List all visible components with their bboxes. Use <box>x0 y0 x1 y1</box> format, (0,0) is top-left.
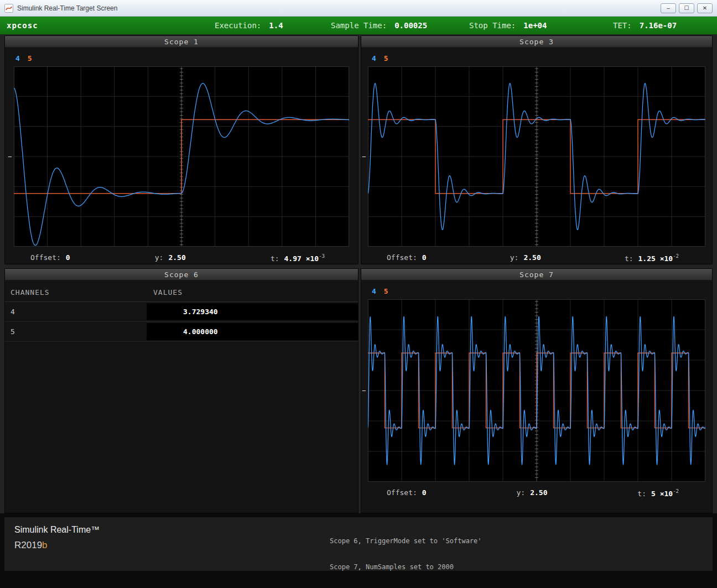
maximize-icon: ☐ <box>684 4 689 13</box>
scope1-plot <box>14 66 349 247</box>
t-readout: t:4.97 ×10-3 <box>271 253 325 263</box>
y-readout: y:2.50 <box>517 488 548 498</box>
channel-value: 4.000000 <box>147 323 358 340</box>
sample-time-field: Sample Time:0.00025 <box>331 17 427 34</box>
branding: Simulink Real-Time™ R2019b <box>4 517 330 571</box>
bottom-panel: Simulink Real-Time™ R2019b Scope 6, Trig… <box>4 517 713 571</box>
scope-panel-7: Scope 7 4 5 − Offset:0 y:2.50 t:5 ×10-2 <box>361 268 713 513</box>
execution-field: Execution:1.4 <box>215 17 283 34</box>
scope1-footer: Offset:0 y:2.50 t:4.97 ×10-3 <box>5 247 358 263</box>
stop-time-field: Stop Time:1e+04 <box>469 17 547 34</box>
scope1-channel-labels: 4 5 <box>15 54 358 63</box>
channel-4-label: 4 <box>372 54 376 63</box>
release-label: R2019b <box>14 540 330 551</box>
scope3-plot <box>368 66 705 247</box>
channel-id: 5 <box>5 327 147 336</box>
t-readout: t:5 ×10-2 <box>637 488 679 498</box>
scope1-plot-area: − <box>14 66 349 247</box>
scope-panel-1: Scope 1 4 5 − Offset:0 y:2.50 t:4.97 ×10… <box>4 35 358 264</box>
t-readout: t:1.25 ×10-2 <box>625 253 679 263</box>
maximize-button[interactable]: ☐ <box>679 3 694 13</box>
table-row: 4 3.729340 <box>5 302 358 322</box>
channel-id: 4 <box>5 308 147 316</box>
scope6-table-header: CHANNELS VALUES <box>5 288 358 302</box>
scope6-table: CHANNELS VALUES 4 3.729340 5 4.000000 <box>5 280 358 342</box>
scope7-plot <box>368 299 705 482</box>
channels-column-header: CHANNELS <box>5 288 147 296</box>
scope7-footer: Offset:0 y:2.50 t:5 ×10-2 <box>361 482 712 498</box>
close-button[interactable]: ✕ <box>697 3 713 13</box>
close-icon: ✕ <box>703 4 707 13</box>
scope3-plot-area: − <box>368 66 705 247</box>
values-column-header: VALUES <box>147 288 183 296</box>
scope7-plot-area: − <box>368 299 705 482</box>
minimize-button[interactable]: – <box>661 3 676 13</box>
channel-5-label: 5 <box>28 54 32 63</box>
stop-time-value: 1e+04 <box>523 21 547 30</box>
execution-label: Execution: <box>215 21 261 30</box>
offset-readout: Offset:0 <box>387 253 427 263</box>
execution-value: 1.4 <box>269 21 283 30</box>
sample-time-value: 0.00025 <box>394 21 427 30</box>
stop-time-label: Stop Time: <box>469 21 516 30</box>
scope-grid: Scope 1 4 5 − Offset:0 y:2.50 t:4.97 ×10… <box>0 34 717 513</box>
product-name: Simulink Real-Time™ <box>14 525 330 535</box>
app-window: Simulink Real-Time Target Screen – ☐ ✕ x… <box>0 0 717 588</box>
log-line: Scope 7, NumSamples set to 2000 <box>330 563 713 572</box>
y-readout: y:2.50 <box>155 253 186 263</box>
channel-value: 3.729340 <box>147 303 358 320</box>
status-bar: xpcosc Execution:1.4 Sample Time:0.00025… <box>0 17 717 34</box>
simulink-icon <box>4 4 13 13</box>
model-name: xpcosc <box>7 17 38 34</box>
scope3-footer: Offset:0 y:2.50 t:1.25 ×10-2 <box>361 247 712 263</box>
sample-time-label: Sample Time: <box>331 21 387 30</box>
scope7-title: Scope 7 <box>361 269 712 280</box>
scope-panel-6: Scope 6 CHANNELS VALUES 4 3.729340 5 4.0… <box>4 268 358 513</box>
window-title: Simulink Real-Time Target Screen <box>17 4 658 12</box>
title-bar: Simulink Real-Time Target Screen – ☐ ✕ <box>0 0 717 17</box>
channel-5-label: 5 <box>384 54 388 63</box>
scope3-title: Scope 3 <box>361 36 712 48</box>
minimize-icon: – <box>667 4 670 13</box>
scope6-title: Scope 6 <box>5 269 358 280</box>
channel-4-label: 4 <box>372 287 376 295</box>
scope7-channel-labels: 4 5 <box>372 287 712 295</box>
y-axis-marker: − <box>362 387 366 394</box>
y-axis-marker: − <box>362 153 366 160</box>
channel-4-label: 4 <box>15 54 20 63</box>
bottom-area: Simulink Real-Time™ R2019b Scope 6, Trig… <box>0 513 717 588</box>
message-log: Scope 6, TriggerMode set to 'Software' S… <box>330 517 713 571</box>
tet-label: TET: <box>613 21 632 30</box>
scope1-title: Scope 1 <box>5 36 358 48</box>
tet-field: TET:7.16e-07 <box>613 17 677 34</box>
tet-value: 7.16e-07 <box>640 21 677 30</box>
log-line: Scope 6, TriggerMode set to 'Software' <box>330 537 713 546</box>
channel-5-label: 5 <box>384 287 388 295</box>
offset-readout: Offset:0 <box>30 253 70 263</box>
scope3-channel-labels: 4 5 <box>372 54 712 63</box>
y-readout: y:2.50 <box>510 253 541 263</box>
offset-readout: Offset:0 <box>387 488 427 498</box>
table-row: 5 4.000000 <box>5 322 358 342</box>
scope-panel-3: Scope 3 4 5 − Offset:0 y:2.50 t:1.25 ×10… <box>361 35 713 264</box>
y-axis-marker: − <box>8 153 12 160</box>
